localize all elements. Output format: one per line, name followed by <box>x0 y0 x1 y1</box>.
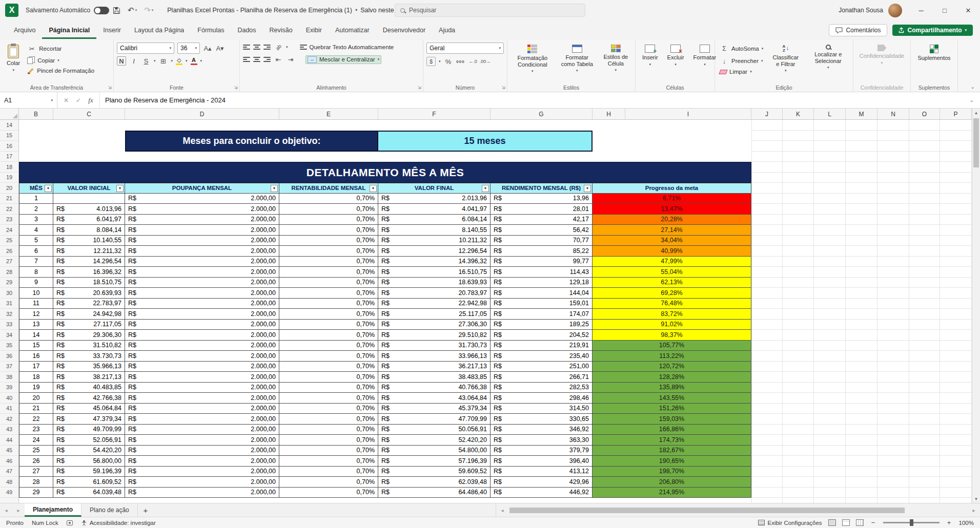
cell-rendimento[interactable]: R$314,50 <box>491 404 593 414</box>
dialog-launcher-icon[interactable]: ⇲ <box>108 85 112 90</box>
cell-valor-final[interactable]: R$25.117,05 <box>378 309 491 320</box>
cell-rendimento[interactable]: R$219,91 <box>491 341 593 351</box>
cell-rendimento[interactable]: R$114,43 <box>491 267 593 278</box>
cell-poupanca[interactable]: R$2.000,00 <box>125 362 279 372</box>
cell-poupanca[interactable]: R$2.000,00 <box>125 425 279 435</box>
cell-valor-inicial[interactable]: R$29.306,30 <box>53 330 125 341</box>
percent-style-icon[interactable]: % <box>444 57 453 66</box>
cell-valor-inicial[interactable]: R$40.483,85 <box>53 383 125 393</box>
cell-rentabilidade[interactable]: 0,70% <box>279 351 378 362</box>
cell-valor-inicial[interactable]: R$31.510,82 <box>53 341 125 351</box>
cell-valor-final[interactable]: R$29.510,82 <box>378 330 491 341</box>
cell-rentabilidade[interactable]: 0,70% <box>279 236 378 246</box>
cell-rendimento[interactable]: R$99,77 <box>491 257 593 267</box>
zoom-in-icon[interactable]: + <box>946 519 953 526</box>
increase-indent-icon[interactable]: ⇥ <box>286 55 295 64</box>
select-all-corner[interactable] <box>0 109 19 119</box>
paste-button[interactable]: Colar ▾ <box>3 43 24 82</box>
cell-valor-inicial[interactable]: R$61.609,52 <box>53 477 125 488</box>
cell-rentabilidade[interactable]: 0,70% <box>279 456 378 467</box>
cell-valor-final[interactable]: R$27.306,30 <box>378 320 491 330</box>
cell-progresso[interactable]: 69,28% <box>593 288 751 299</box>
column-header-P[interactable]: P <box>940 109 972 119</box>
row-header-30[interactable]: 30 <box>0 288 18 299</box>
scroll-right-icon[interactable]: ▸ <box>968 508 980 513</box>
cell-valor-inicial[interactable]: R$8.084,14 <box>53 225 125 236</box>
cell-valor-final[interactable]: R$18.639,93 <box>378 278 491 288</box>
table-header-2[interactable]: POUPANÇA MENSAL▼ <box>125 183 279 194</box>
cell-rentabilidade[interactable]: 0,70% <box>279 477 378 488</box>
cell-rentabilidade[interactable]: 0,70% <box>279 299 378 309</box>
cell-rentabilidade[interactable]: 0,70% <box>279 488 378 498</box>
table-header-5[interactable]: RENDIMENTO MENSAL (R$)▼ <box>491 183 593 194</box>
dialog-launcher-icon[interactable]: ⇲ <box>501 85 505 90</box>
cell-valor-inicial[interactable]: R$56.800,00 <box>53 456 125 467</box>
cell-progresso[interactable]: 6,71% <box>593 194 751 204</box>
cell-rendimento[interactable]: R$346,92 <box>491 425 593 435</box>
cell-rentabilidade[interactable]: 0,70% <box>279 257 378 267</box>
cell-rentabilidade[interactable]: 0,70% <box>279 288 378 299</box>
row-header-49[interactable]: 49 <box>0 488 18 498</box>
cell-valor-final[interactable]: R$14.396,32 <box>378 257 491 267</box>
cell-progresso[interactable]: 190,65% <box>593 456 751 467</box>
add-sheet-button[interactable]: + <box>138 503 153 517</box>
row-header-14[interactable]: 14 <box>0 120 18 131</box>
cell-progresso[interactable]: 135,89% <box>593 383 751 393</box>
decrease-font-icon[interactable]: A▾ <box>215 44 224 53</box>
cell-progresso[interactable]: 166,86% <box>593 425 751 435</box>
cell-valor-inicial[interactable]: R$12.211,32 <box>53 246 125 257</box>
toggle-switch-icon[interactable] <box>94 7 109 14</box>
cell-poupanca[interactable]: R$2.000,00 <box>125 393 279 404</box>
fill-button[interactable]: ↓Preencher▾ <box>718 56 765 66</box>
delete-cells-button[interactable]: Excluir ▾ <box>664 43 688 82</box>
ribbon-tab-automatizar[interactable]: Automatizar <box>329 22 376 39</box>
cell-valor-inicial[interactable]: R$22.783,97 <box>53 299 125 309</box>
row-header-33[interactable]: 33 <box>0 320 18 330</box>
cell-progresso[interactable]: 174,73% <box>593 435 751 446</box>
row-header-20[interactable]: 20 <box>0 183 18 194</box>
cell-valor-final[interactable]: R$45.379,34 <box>378 404 491 414</box>
cell-mes[interactable]: 14 <box>19 330 53 341</box>
chevron-down-icon[interactable]: ▾ <box>186 59 188 63</box>
cell-mes[interactable]: 9 <box>19 278 53 288</box>
filter-dropdown-icon[interactable]: ▼ <box>45 185 52 192</box>
grid[interactable]: 1415161718192021222324252627282930313233… <box>0 120 972 503</box>
align-top-icon[interactable] <box>243 45 250 50</box>
cell-rentabilidade[interactable]: 0,70% <box>279 194 378 204</box>
row-header-35[interactable]: 35 <box>0 341 18 351</box>
accessibility-status[interactable]: Acessibilidade: investigar <box>81 520 156 526</box>
cell-mes[interactable]: 18 <box>19 372 53 383</box>
row-header-32[interactable]: 32 <box>0 309 18 320</box>
column-header-D[interactable]: D <box>125 109 279 119</box>
row-header-23[interactable]: 23 <box>0 215 18 225</box>
cell-progresso[interactable]: 198,70% <box>593 467 751 477</box>
scroll-left-icon[interactable]: ◂ <box>496 508 508 513</box>
align-center-icon[interactable] <box>253 57 260 62</box>
cell-rendimento[interactable]: R$42,17 <box>491 215 593 225</box>
row-header-21[interactable]: 21 <box>0 194 18 204</box>
cell-valor-final[interactable]: R$10.211,32 <box>378 236 491 246</box>
autosave-toggle[interactable]: Salvamento Automático <box>26 7 109 14</box>
cell-poupanca[interactable]: R$2.000,00 <box>125 372 279 383</box>
horizontal-scroll-thumb[interactable] <box>509 508 905 513</box>
cell-valor-inicial[interactable]: R$45.064,84 <box>53 404 125 414</box>
zoom-slider[interactable] <box>883 522 940 523</box>
increase-font-icon[interactable]: A▴ <box>203 44 212 53</box>
cell-valor-inicial[interactable]: R$47.379,34 <box>53 414 125 425</box>
align-left-icon[interactable] <box>243 57 250 62</box>
sheet-tab-plano-de-ação[interactable]: Plano de ação <box>81 503 138 517</box>
cell-poupanca[interactable]: R$2.000,00 <box>125 467 279 477</box>
cell-rendimento[interactable]: R$330,65 <box>491 414 593 425</box>
cell-styles-button[interactable]: Estilos de Célula ▾ <box>600 43 632 82</box>
cell-rentabilidade[interactable]: 0,70% <box>279 372 378 383</box>
filter-dropdown-icon[interactable]: ▼ <box>482 185 489 192</box>
table-header-3[interactable]: RENTABILIDADE MENSAL▼ <box>279 183 378 194</box>
table-header-4[interactable]: VALOR FINAL▼ <box>378 183 491 194</box>
cell-mes[interactable]: 13 <box>19 320 53 330</box>
row-header-17[interactable]: 17 <box>0 152 18 162</box>
cell-poupanca[interactable]: R$2.000,00 <box>125 351 279 362</box>
cell-progresso[interactable]: 159,03% <box>593 414 751 425</box>
cell-mes[interactable]: 20 <box>19 393 53 404</box>
cell-mes[interactable]: 7 <box>19 257 53 267</box>
row-header-45[interactable]: 45 <box>0 446 18 456</box>
